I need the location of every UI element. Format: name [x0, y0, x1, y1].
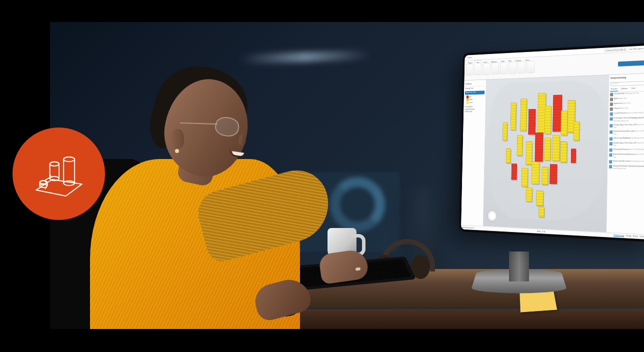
data-stack — [536, 190, 544, 206]
gp-tab-favorites[interactable]: Favorites — [610, 87, 618, 91]
cube-icon — [610, 142, 612, 146]
ribbon-highlight[interactable] — [618, 60, 644, 66]
status-coords: 38.89, -77.03 — [537, 230, 546, 233]
tool-label: Intersect Analysis Tools — [614, 107, 644, 110]
data-stack — [506, 148, 510, 162]
cube-icon — [610, 112, 613, 116]
status-tabs: GeoprocessingCatalogHistoryCreate Featur… — [614, 234, 644, 238]
svg-point-3 — [50, 162, 58, 166]
data-stack — [560, 142, 568, 162]
data-stack — [520, 98, 527, 131]
data-stack — [511, 164, 517, 180]
tool-label: Spatial Join Analysis Tools — [614, 102, 644, 106]
tool-list: Calculate Field Data Management ToolsBuf… — [609, 91, 644, 171]
search-placeholder: Find Tools — [612, 82, 618, 84]
cube-icon — [610, 124, 612, 128]
tool-item[interactable]: Exponential Smoothing Forecast Space Tim… — [609, 152, 644, 160]
status-tab-history[interactable]: History — [633, 235, 638, 238]
earring — [175, 149, 179, 153]
tool-label: Visualize Space Time Cube in 3D Space Ti… — [614, 124, 644, 129]
ribbon-tab-edit[interactable]: Edit — [506, 58, 513, 64]
tool-label: Curve Fit Forecast Space Time Pattern Mi… — [614, 112, 644, 114]
data-stack — [528, 109, 536, 134]
user-status[interactable]: User (Not signed in) — [630, 47, 644, 50]
cube-icon — [609, 165, 612, 168]
ear — [170, 129, 184, 149]
legend: HotWarmTrend — [465, 94, 485, 106]
ribbon-button[interactable] — [474, 64, 482, 76]
data-stack — [521, 168, 528, 186]
contents-panel[interactable]: Contents Drawing Order Space Time Cube H… — [461, 80, 486, 226]
ribbon-button[interactable] — [500, 62, 508, 74]
app-body: Contents Drawing Order Space Time Cube H… — [461, 74, 644, 235]
data-stack — [550, 164, 557, 184]
layer-item[interactable]: ▸ World Topo — [464, 110, 484, 114]
command-search[interactable]: Command Search (Alt+Q) — [604, 48, 628, 52]
tool-item[interactable]: Forest-based Forecast Space Time Pattern… — [609, 148, 644, 152]
ribbon-tab-view[interactable]: View — [499, 58, 506, 64]
data-stack — [571, 148, 576, 163]
data-stack — [544, 138, 551, 160]
status-tab-catalog[interactable]: Catalog — [626, 235, 631, 238]
cube-icon — [609, 160, 612, 164]
background-donut-chart — [330, 177, 385, 232]
tool-search-input[interactable]: Find Tools — [610, 80, 644, 86]
monitor-neck — [509, 252, 529, 282]
3d-map-cylinders-icon — [32, 146, 86, 202]
data-stack — [531, 162, 540, 184]
ribbon-tab-share[interactable]: Share — [524, 58, 532, 63]
tool-item[interactable]: Visualize Space Time Cube in 3D Space Ti… — [610, 122, 644, 130]
tool-label: Forest-based Forecast Space Time Pattern… — [613, 148, 644, 152]
ribbon-button[interactable] — [518, 62, 526, 74]
ribbon-button[interactable] — [492, 62, 500, 74]
ribbon-tab-project[interactable]: Project — [466, 60, 474, 66]
gp-tab-portal[interactable]: Portal — [630, 86, 636, 90]
hammer-icon — [610, 102, 613, 106]
ribbon-button[interactable] — [466, 64, 474, 76]
data-stack — [538, 206, 544, 217]
gis-application-screen[interactable]: Project Command Search (Alt+Q) User (Not… — [461, 45, 644, 240]
legend-item: Trend — [466, 101, 484, 104]
ribbon-button[interactable] — [526, 61, 534, 74]
map-viewport[interactable] — [484, 75, 609, 232]
tool-label: Subset Layer By Attribute Data Managemen… — [614, 137, 644, 140]
navigator-compass-icon[interactable] — [487, 210, 497, 222]
data-stack — [526, 188, 532, 202]
gp-tab-toolboxes[interactable]: Toolboxes — [620, 87, 628, 92]
geoprocessing-panel[interactable]: Geoprocessing Find Tools FavoritesToolbo… — [606, 74, 644, 235]
cube-icon — [610, 137, 612, 140]
office-scene: Project Command Search (Alt+Q) User (Not… — [50, 22, 644, 329]
tool-label: Subset Layer By Location Data Management… — [613, 160, 644, 163]
ribbon-button[interactable] — [509, 62, 517, 74]
ribbon-tab-imagery[interactable]: Imagery — [514, 58, 523, 63]
tool-label: Directional Distribution (Standard Devia… — [613, 165, 644, 171]
status-tab-create-features[interactable]: Create Features — [640, 236, 644, 238]
ribbon-tab-map[interactable]: Map — [474, 60, 481, 65]
tool-label: Create Space Time Cube By Aggregating Po… — [614, 116, 644, 122]
tool-item[interactable]: Evaluate Forecasts By Location Space Tim… — [610, 130, 644, 136]
hammer-icon — [610, 93, 613, 96]
data-stack — [516, 135, 522, 156]
ribbon-tab-insert[interactable]: Insert — [482, 60, 489, 65]
cube-icon — [610, 130, 612, 134]
tool-label: Exponential Smoothing Forecast Space Tim… — [613, 154, 644, 159]
cube-icon — [609, 154, 612, 157]
tool-item[interactable]: Create Space Time Cube By Aggregating Po… — [610, 116, 644, 123]
ribbon-tab-analysis[interactable]: Analysis — [490, 59, 499, 64]
status-tab-geoprocessing[interactable]: Geoprocessing — [614, 234, 624, 237]
data-stack — [552, 135, 560, 161]
ribbon-button[interactable] — [482, 63, 490, 75]
data-stack — [544, 106, 552, 134]
monitor: Project Command Search (Alt+Q) User (Not… — [459, 42, 644, 242]
tool-item[interactable]: Subset Layer By Attribute Data Managemen… — [610, 136, 644, 141]
data-stack — [502, 122, 507, 141]
hammer-icon — [610, 98, 613, 102]
tool-item[interactable]: Directional Distribution (Standard Devia… — [609, 164, 644, 172]
base-layers: ▸ Topographic▸ World Hillshade▸ World To… — [464, 106, 484, 114]
tool-label: Calculate Field Data Management Tools — [614, 92, 644, 96]
data-stack — [534, 132, 543, 162]
svg-point-5 — [64, 157, 74, 162]
space-time-cubes — [491, 80, 596, 217]
cube-icon — [609, 148, 612, 152]
tool-item[interactable]: Visualize Space Time Cube in 2D Space Ti… — [610, 141, 644, 148]
